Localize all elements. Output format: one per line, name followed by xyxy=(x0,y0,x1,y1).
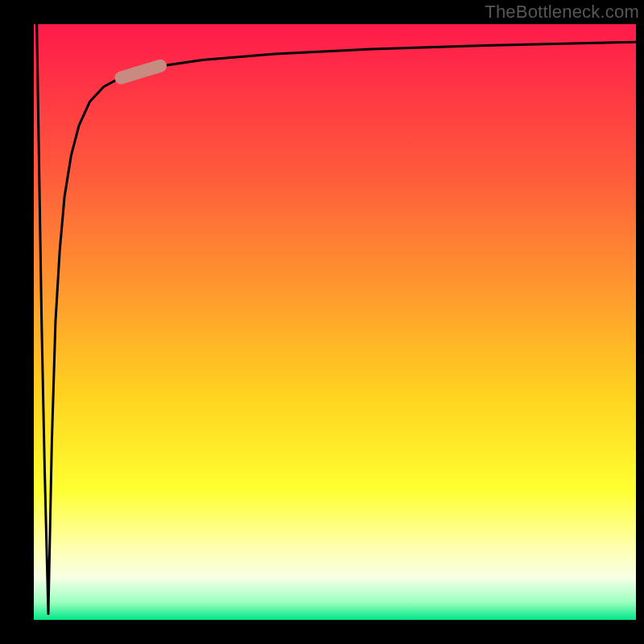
chart-container: TheBottleneck.com xyxy=(0,0,644,644)
watermark-text: TheBottleneck.com xyxy=(485,2,639,23)
chart-svg xyxy=(0,0,644,644)
plot-background xyxy=(34,24,636,620)
